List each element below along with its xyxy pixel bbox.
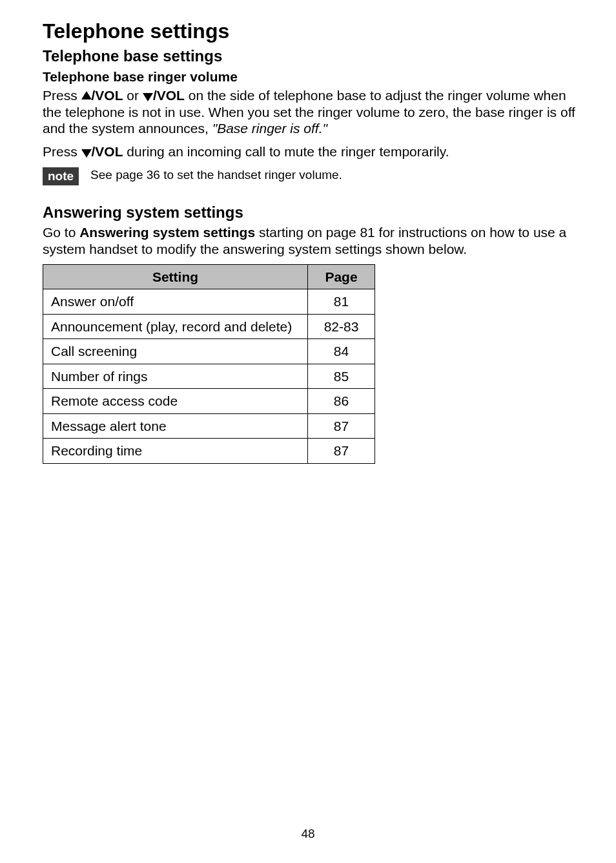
- text-fragment: Press: [43, 144, 81, 159]
- page-cell: 86: [308, 389, 375, 414]
- setting-cell: Number of rings: [43, 364, 308, 389]
- table-row: Answer on/off 81: [43, 289, 375, 315]
- text-fragment: Go to: [43, 225, 79, 240]
- page-cell: 81: [308, 289, 375, 315]
- setting-cell: Announcement (play, record and delete): [43, 314, 308, 339]
- page-cell: 82-83: [308, 314, 375, 339]
- table-row: Remote access code 86: [43, 389, 375, 414]
- note-badge: note: [43, 167, 79, 185]
- setting-cell: Message alert tone: [43, 413, 308, 439]
- page-cell: 84: [308, 339, 375, 364]
- table-row: Number of rings 85: [43, 364, 375, 389]
- header-setting: Setting: [43, 264, 308, 289]
- answering-system-paragraph: Go to Answering system settings starting…: [43, 224, 577, 257]
- text-fragment: or: [123, 88, 143, 103]
- table-header-row: Setting Page: [43, 264, 375, 289]
- bold-fragment: Answering system settings: [79, 225, 255, 240]
- telephone-base-ringer-volume-heading: Telephone base ringer volume: [43, 69, 577, 85]
- page-cell: 87: [308, 439, 375, 464]
- header-page: Page: [308, 264, 375, 289]
- vol-label: /VOL: [92, 144, 123, 159]
- quoted-message: "Base ringer is off.": [212, 121, 327, 136]
- vol-label: /VOL: [153, 88, 185, 103]
- setting-cell: Remote access code: [43, 389, 308, 414]
- table-row: Announcement (play, record and delete) 8…: [43, 314, 375, 339]
- ringer-volume-paragraph-2: Press /VOL during an incoming call to mu…: [43, 143, 577, 160]
- setting-cell: Answer on/off: [43, 289, 308, 315]
- triangle-up-icon: [81, 91, 92, 99]
- note-text: See page 36 to set the handset ringer vo…: [90, 167, 342, 183]
- vol-label: /VOL: [92, 88, 123, 103]
- answering-system-settings-heading: Answering system settings: [43, 203, 577, 222]
- setting-cell: Call screening: [43, 339, 308, 364]
- setting-cell: Recording time: [43, 439, 308, 464]
- page-cell: 85: [308, 364, 375, 389]
- page-number: 48: [0, 827, 616, 841]
- settings-table: Setting Page Answer on/off 81 Announceme…: [43, 264, 375, 464]
- table-row: Recording time 87: [43, 439, 375, 464]
- text-fragment: Press: [43, 88, 81, 103]
- ringer-volume-paragraph-1: Press /VOL or /VOL on the side of teleph…: [43, 87, 577, 137]
- triangle-down-icon: [143, 93, 153, 101]
- triangle-down-icon: [81, 149, 92, 158]
- table-row: Message alert tone 87: [43, 413, 375, 439]
- text-fragment: during an incoming call to mute the ring…: [123, 144, 449, 159]
- page-cell: 87: [308, 413, 375, 439]
- table-row: Call screening 84: [43, 339, 375, 364]
- page-title: Telephone settings: [43, 19, 577, 43]
- telephone-base-settings-heading: Telephone base settings: [43, 47, 577, 65]
- note-block: note See page 36 to set the handset ring…: [43, 167, 577, 185]
